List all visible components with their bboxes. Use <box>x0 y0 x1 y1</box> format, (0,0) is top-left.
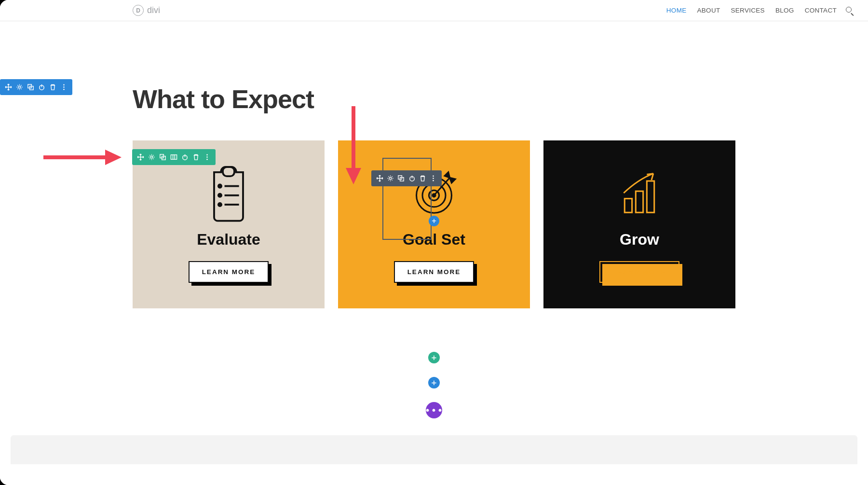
learn-more-wrap: LEARN MORE <box>189 261 269 283</box>
builder-fabs: + + ••• <box>0 352 868 418</box>
builder-menu-fab[interactable]: ••• <box>426 402 442 418</box>
svg-point-0 <box>18 86 21 88</box>
row-settings-icon[interactable] <box>146 149 157 165</box>
card-title: Grow <box>620 231 659 249</box>
row-more-icon[interactable] <box>202 149 213 165</box>
svg-rect-15 <box>223 167 234 176</box>
svg-point-28 <box>433 180 434 181</box>
card-title: Evaluate <box>197 231 260 249</box>
module-power-icon[interactable] <box>407 170 417 186</box>
section-delete-icon[interactable] <box>47 79 58 95</box>
section-settings-icon[interactable] <box>14 79 25 95</box>
card-grow[interactable]: Grow LEARN MORE <box>543 140 735 308</box>
section-power-icon[interactable] <box>36 79 47 95</box>
module-move-icon[interactable] <box>374 170 385 186</box>
svg-point-6 <box>63 89 65 90</box>
learn-more-button[interactable]: LEARN MORE <box>599 261 680 283</box>
section-heading: What to Expect <box>133 84 735 114</box>
svg-point-22 <box>389 177 392 180</box>
svg-rect-10 <box>171 155 176 159</box>
add-row-fab[interactable]: + <box>428 352 440 363</box>
svg-point-14 <box>206 159 208 160</box>
row-delete-icon[interactable] <box>190 149 202 165</box>
nav-blog[interactable]: BLOG <box>775 7 794 14</box>
svg-point-16 <box>218 184 221 187</box>
nav-about[interactable]: ABOUT <box>697 7 720 14</box>
row-power-icon[interactable] <box>179 149 190 165</box>
learn-more-wrap: LEARN MORE <box>599 261 680 283</box>
search-icon[interactable] <box>845 6 854 14</box>
row-columns-icon[interactable] <box>168 149 179 165</box>
add-section-fab[interactable]: + <box>428 377 440 388</box>
svg-rect-34 <box>636 191 643 212</box>
site-logo[interactable]: D divi <box>133 5 160 16</box>
svg-point-5 <box>63 86 65 88</box>
svg-rect-35 <box>647 181 654 212</box>
page-body: What to Expect Evaluate LEARN MORE <box>0 21 868 342</box>
primary-nav: HOME ABOUT SERVICES BLOG CONTACT <box>666 7 837 14</box>
svg-point-27 <box>433 178 434 179</box>
svg-point-4 <box>63 84 65 86</box>
learn-more-button[interactable]: LEARN MORE <box>394 261 475 283</box>
row-toolbar <box>132 149 216 165</box>
module-settings-icon[interactable] <box>385 170 395 186</box>
module-more-icon[interactable] <box>428 170 439 186</box>
svg-point-13 <box>206 156 208 158</box>
module-duplicate-icon[interactable] <box>396 170 407 186</box>
section-toolbar <box>0 79 72 95</box>
card-evaluate[interactable]: Evaluate LEARN MORE <box>133 140 325 308</box>
site-header: D divi HOME ABOUT SERVICES BLOG CONTACT <box>0 0 868 21</box>
learn-more-button[interactable]: LEARN MORE <box>189 261 269 283</box>
svg-point-7 <box>150 156 153 158</box>
module-toolbar <box>371 170 442 186</box>
section-duplicate-icon[interactable] <box>25 79 36 95</box>
svg-point-12 <box>206 154 208 156</box>
svg-rect-33 <box>624 199 632 213</box>
learn-more-wrap: LEARN MORE <box>394 261 475 283</box>
section-move-icon[interactable] <box>3 79 14 95</box>
nav-services[interactable]: SERVICES <box>731 7 765 14</box>
svg-point-26 <box>433 176 434 177</box>
add-module-button[interactable]: + <box>429 216 439 226</box>
row-duplicate-icon[interactable] <box>157 149 168 165</box>
logo-badge: D <box>133 5 144 16</box>
next-section-placeholder <box>11 435 857 464</box>
clipboard-list-icon <box>205 166 252 220</box>
card-goal-set[interactable]: + Goal Set LEARN MORE <box>338 140 530 308</box>
svg-point-17 <box>218 194 221 197</box>
bar-growth-icon <box>616 166 663 220</box>
annotation-arrow-row <box>43 152 125 163</box>
cards-row: Evaluate LEARN MORE <box>133 140 735 308</box>
brand-name: divi <box>147 5 160 15</box>
section-more-icon[interactable] <box>58 79 69 95</box>
nav-home[interactable]: HOME <box>666 7 687 14</box>
row-move-icon[interactable] <box>135 149 146 165</box>
svg-point-18 <box>218 203 221 206</box>
module-delete-icon[interactable] <box>417 170 428 186</box>
nav-contact[interactable]: CONTACT <box>805 7 837 14</box>
